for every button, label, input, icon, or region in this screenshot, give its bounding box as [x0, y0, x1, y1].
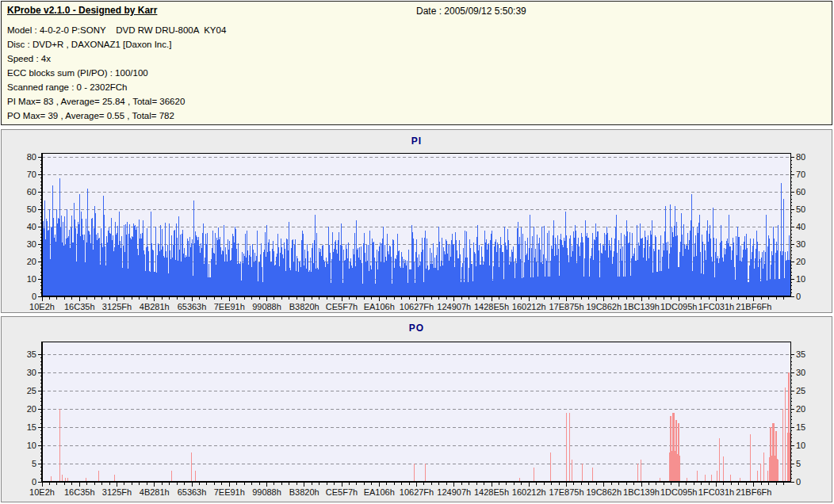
info-line-pi-stats: PI Max= 83 , Average= 25.84 , Total= 366…: [7, 94, 226, 109]
svg-text:0: 0: [32, 477, 36, 487]
kprobe-window: KProbe v2.1.0 - Designed by Karr Date : …: [0, 0, 834, 504]
po-chart: 005510101515202025253030353510E2h16C35h3…: [2, 336, 832, 502]
svg-text:1BC139h: 1BC139h: [623, 302, 660, 311]
svg-text:0: 0: [32, 292, 36, 301]
pi-chart-title: PI: [2, 136, 832, 147]
svg-text:21BF6Fh: 21BF6Fh: [736, 302, 771, 311]
svg-text:70: 70: [796, 170, 805, 179]
info-line-model: Model : 4-0-2-0 P:SONY DVD RW DRU-800A K…: [7, 23, 226, 37]
svg-text:124907h: 124907h: [437, 487, 471, 497]
svg-text:19C862h: 19C862h: [586, 302, 622, 311]
svg-text:17E875h: 17E875h: [549, 487, 583, 497]
svg-text:3125Fh: 3125Fh: [102, 487, 132, 497]
svg-text:1428E5h: 1428E5h: [474, 302, 509, 311]
svg-text:60: 60: [27, 187, 36, 197]
svg-text:10E2h: 10E2h: [29, 302, 55, 311]
pi-chart: 001010202030304040505060607070808010E2h1…: [2, 149, 832, 314]
svg-text:10: 10: [27, 441, 36, 450]
svg-text:19C862h: 19C862h: [586, 487, 622, 497]
svg-text:15: 15: [796, 422, 805, 432]
svg-text:B3820h: B3820h: [289, 302, 319, 311]
svg-text:1FC031h: 1FC031h: [698, 302, 734, 311]
svg-text:30: 30: [27, 239, 36, 249]
scan-summary-panel: KProbe v2.1.0 - Designed by Karr Date : …: [1, 1, 832, 125]
svg-text:35: 35: [796, 349, 805, 359]
svg-text:99088h: 99088h: [252, 302, 281, 311]
svg-text:30: 30: [796, 239, 805, 249]
info-line-speed: Speed : 4x: [7, 52, 226, 66]
svg-text:50: 50: [796, 204, 805, 214]
svg-text:65363h: 65363h: [178, 302, 207, 311]
svg-text:B3820h: B3820h: [289, 487, 319, 497]
svg-text:10: 10: [796, 274, 805, 284]
svg-text:15: 15: [27, 422, 36, 432]
svg-text:21BF6Fh: 21BF6Fh: [736, 487, 771, 497]
svg-text:EA106h: EA106h: [364, 487, 395, 497]
svg-text:0: 0: [796, 292, 801, 301]
svg-text:80: 80: [27, 152, 36, 162]
svg-text:4B281h: 4B281h: [140, 302, 170, 311]
svg-text:1DC095h: 1DC095h: [660, 302, 697, 311]
svg-text:17E875h: 17E875h: [549, 302, 583, 311]
svg-text:25: 25: [796, 386, 805, 395]
svg-text:40: 40: [796, 222, 805, 231]
svg-text:160212h: 160212h: [512, 302, 546, 311]
info-line-range: Scanned range : 0 - 2302FCh: [7, 80, 226, 94]
svg-text:3125Fh: 3125Fh: [102, 302, 132, 311]
svg-text:10627Fh: 10627Fh: [400, 487, 434, 497]
svg-text:10: 10: [796, 441, 805, 450]
svg-text:1BC139h: 1BC139h: [623, 487, 660, 497]
svg-text:1FC031h: 1FC031h: [698, 487, 734, 497]
svg-text:5: 5: [32, 459, 36, 468]
svg-text:10E2h: 10E2h: [29, 487, 55, 497]
svg-text:20: 20: [796, 257, 805, 266]
svg-text:50: 50: [27, 204, 36, 214]
svg-text:30: 30: [27, 368, 36, 377]
scan-date: Date : 2005/09/12 5:50:39: [416, 6, 526, 17]
svg-text:EA106h: EA106h: [364, 302, 395, 311]
svg-text:60: 60: [796, 187, 805, 197]
info-line-po-stats: PO Max= 39 , Average= 0.55 , Total= 782: [7, 109, 226, 123]
svg-text:1428E5h: 1428E5h: [474, 487, 509, 497]
info-line-disc: Disc : DVD+R , DAXONAZ1 [Daxon Inc.]: [7, 37, 226, 52]
svg-text:16C35h: 16C35h: [64, 487, 95, 497]
svg-text:30: 30: [796, 368, 805, 377]
svg-text:124907h: 124907h: [437, 302, 471, 311]
po-chart-title: PO: [2, 323, 832, 334]
svg-text:35: 35: [27, 349, 36, 359]
po-chart-panel: PO 005510101515202025253030353510E2h16C3…: [1, 316, 832, 502]
svg-text:CE5F7h: CE5F7h: [326, 302, 358, 311]
svg-text:16C35h: 16C35h: [64, 302, 95, 311]
svg-text:7EE91h: 7EE91h: [214, 302, 245, 311]
svg-text:CE5F7h: CE5F7h: [326, 487, 358, 497]
scan-info-block: Model : 4-0-2-0 P:SONY DVD RW DRU-800A K…: [7, 23, 226, 123]
svg-text:70: 70: [27, 170, 36, 179]
svg-text:99088h: 99088h: [252, 487, 281, 497]
svg-text:20: 20: [796, 404, 805, 414]
svg-text:40: 40: [27, 222, 36, 231]
info-line-ecc: ECC blocks sum (PI/PO) : 100/100: [7, 66, 226, 80]
app-title: KProbe v2.1.0 - Designed by Karr: [7, 5, 157, 16]
svg-text:25: 25: [27, 386, 36, 395]
svg-text:80: 80: [796, 152, 805, 162]
svg-text:0: 0: [796, 477, 801, 487]
svg-text:10627Fh: 10627Fh: [400, 302, 434, 311]
svg-text:1DC095h: 1DC095h: [660, 487, 697, 497]
svg-text:10: 10: [27, 274, 36, 284]
svg-text:65363h: 65363h: [178, 487, 207, 497]
pi-chart-panel: PI 001010202030304040505060607070808010E…: [1, 129, 832, 313]
svg-text:160212h: 160212h: [512, 487, 546, 497]
svg-text:4B281h: 4B281h: [140, 487, 170, 497]
svg-text:20: 20: [27, 257, 36, 266]
svg-text:5: 5: [796, 459, 801, 468]
svg-text:20: 20: [27, 404, 36, 414]
svg-text:7EE91h: 7EE91h: [214, 487, 245, 497]
